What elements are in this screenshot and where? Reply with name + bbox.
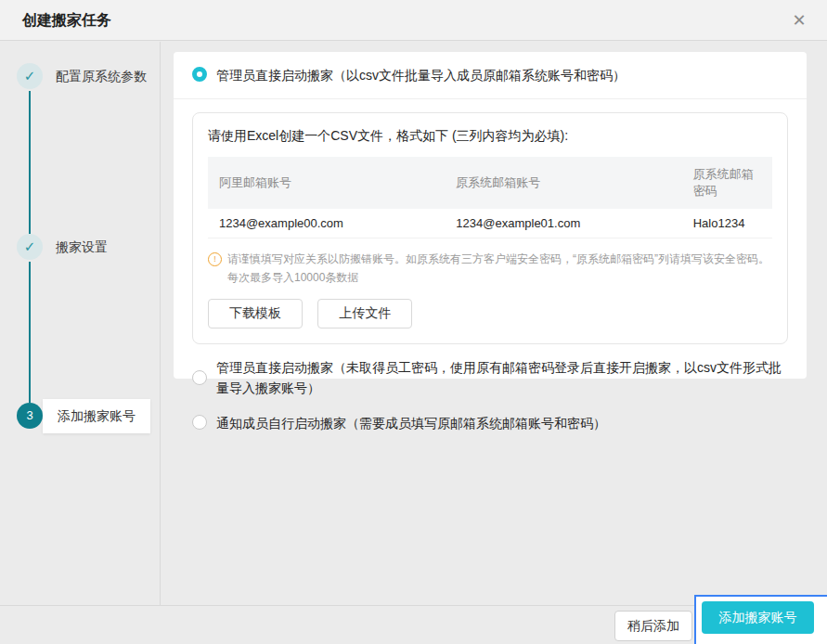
download-template-button[interactable]: 下载模板 [208, 299, 303, 328]
csv-format-table: 阿里邮箱账号 原系统邮箱账号 原系统邮箱密码 1234@example00.co… [208, 157, 772, 238]
option-label: 管理员直接启动搬家（未取得员工密码，使用原有邮箱密码登录后直接开启搬家，以csv… [216, 357, 788, 398]
radio-unselected-icon[interactable] [192, 370, 207, 385]
table-row: 1234@example00.com 1234@example01.com Ha… [208, 209, 772, 238]
stepper: ✓ 配置原系统参数 ✓ 搬家设置 3 [0, 41, 160, 605]
step-connector-1 [29, 91, 31, 234]
csv-instruction-text: 请使用Excel创建一个CSV文件，格式如下 (三列内容均为必填): [208, 128, 772, 145]
step-2-label: 搬家设置 [56, 239, 108, 256]
warning-note: ! 请谨慎填写对应关系以防搬错账号。如原系统有三方客户端安全密码，“原系统邮箱密… [208, 250, 772, 287]
highlight-box: 添加搬家账号 [694, 595, 827, 644]
upload-file-button[interactable]: 上传文件 [317, 299, 412, 328]
csv-panel-buttons: 下载模板 上传文件 [208, 299, 772, 328]
table-header-origin-account: 原系统邮箱账号 [445, 157, 681, 209]
radio-unselected-icon[interactable] [192, 415, 207, 430]
option-label: 通知成员自行启动搬家（需要成员填写原邮箱系统邮箱账号和密码） [216, 413, 606, 433]
dialog-title: 创建搬家任务 [22, 0, 111, 41]
table-cell-ali-account: 1234@example00.com [208, 209, 445, 238]
option-label: 管理员直接启动搬家（以csv文件批量导入成员原邮箱系统账号和密码） [216, 65, 626, 85]
warning-note-text: 请谨慎填写对应关系以防搬错账号。如原系统有三方客户端安全密码，“原系统邮箱密码”… [227, 250, 772, 287]
options-card: 管理员直接启动搬家（以csv文件批量导入成员原邮箱系统账号和密码） 请使用Exc… [174, 52, 807, 379]
radio-option-admin-csv-passwords[interactable]: 管理员直接启动搬家（以csv文件批量导入成员原邮箱系统账号和密码） [174, 52, 807, 99]
sidebar-divider [160, 42, 161, 605]
add-migration-account-button[interactable]: 添加搬家账号 [702, 601, 814, 634]
close-icon[interactable]: ✕ [786, 0, 812, 41]
table-header-row: 阿里邮箱账号 原系统邮箱账号 原系统邮箱密码 [208, 157, 772, 209]
add-later-button[interactable]: 稍后添加 [614, 611, 692, 641]
step-connector-2 [29, 262, 31, 403]
step-3-number: 3 [17, 403, 43, 429]
table-header-origin-password: 原系统邮箱密码 [682, 157, 772, 209]
table-cell-origin-password: Halo1234 [682, 209, 772, 238]
step-1-check-icon: ✓ [17, 63, 43, 89]
radio-option-notify-members[interactable]: 通知成员自行启动搬家（需要成员填写原邮箱系统邮箱账号和密码） [174, 402, 807, 444]
table-cell-origin-account: 1234@example01.com [445, 209, 681, 238]
dialog-header: 创建搬家任务 ✕ [0, 0, 827, 41]
step-3-label: 添加搬家账号 [43, 399, 150, 433]
table-header-ali-account: 阿里邮箱账号 [208, 157, 445, 209]
warning-icon: ! [208, 252, 222, 266]
step-1-label: 配置原系统参数 [56, 69, 147, 85]
step-2-check-icon: ✓ [17, 234, 43, 260]
radio-option-admin-no-passwords[interactable]: 管理员直接启动搬家（未取得员工密码，使用原有邮箱密码登录后直接开启搬家，以csv… [174, 344, 807, 402]
csv-instructions-panel: 请使用Excel创建一个CSV文件，格式如下 (三列内容均为必填): 阿里邮箱账… [192, 112, 788, 344]
radio-selected-icon[interactable] [192, 67, 207, 82]
